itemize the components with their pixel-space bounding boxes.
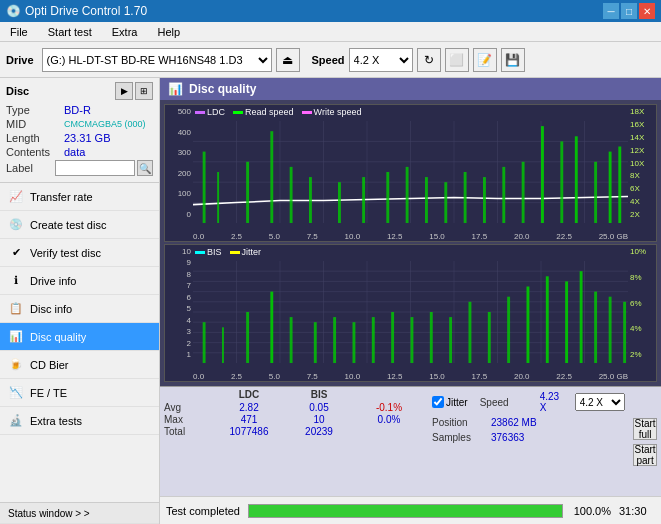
svg-rect-21 bbox=[386, 172, 389, 223]
chart2-svg bbox=[193, 261, 628, 363]
disc-mid-value: CMCMAGBA5 (000) bbox=[64, 119, 146, 129]
maximize-button[interactable]: □ bbox=[621, 3, 637, 19]
chart2-svg-area bbox=[193, 261, 628, 363]
disc-icon-btn2[interactable]: ⊞ bbox=[135, 82, 153, 100]
x2-label-5: 5.0 bbox=[269, 372, 280, 381]
disc-label-row: Label 🔍 bbox=[6, 160, 153, 176]
disc-contents-row: Contents data bbox=[6, 146, 153, 158]
sidebar-item-label: Drive info bbox=[30, 275, 76, 287]
samples-value: 376363 bbox=[491, 432, 524, 443]
fe-te-icon: 📉 bbox=[8, 385, 24, 401]
verify-test-disc-icon: ✔ bbox=[8, 245, 24, 261]
y-right-4x: 4X bbox=[628, 197, 656, 206]
sidebar-item-fe-te[interactable]: 📉 FE / TE bbox=[0, 379, 159, 407]
jitter-checkbox[interactable] bbox=[432, 396, 444, 408]
svg-rect-56 bbox=[270, 292, 273, 363]
start-full-button[interactable]: Start full bbox=[633, 418, 657, 440]
titlebar-title: 💿 Opti Drive Control 1.70 bbox=[6, 4, 147, 18]
svg-rect-60 bbox=[353, 322, 356, 363]
x-label-12.5: 12.5 bbox=[387, 232, 403, 241]
svg-rect-32 bbox=[594, 162, 597, 223]
stats-row: LDC BIS Avg 2.82 0.05 -0.1% Max 471 10 bbox=[160, 387, 661, 496]
bis-label: BIS bbox=[207, 247, 222, 257]
ldc-dot bbox=[195, 111, 205, 114]
sidebar-item-transfer-rate[interactable]: 📈 Transfer rate bbox=[0, 183, 159, 211]
sidebar: Disc ▶ ⊞ Type BD-R MID CMCMAGBA5 (000) L… bbox=[0, 78, 160, 524]
ldc-label: LDC bbox=[207, 107, 225, 117]
sidebar-item-label: Verify test disc bbox=[30, 247, 101, 259]
write-button[interactable]: 📝 bbox=[473, 48, 497, 72]
start-part-button[interactable]: Start part bbox=[633, 444, 657, 466]
y2-right-2pct: 2% bbox=[628, 350, 656, 359]
y-label-200: 200 bbox=[165, 169, 193, 178]
y2-label-1: 1 bbox=[165, 350, 193, 359]
y-right-2x: 2X bbox=[628, 210, 656, 219]
sidebar-item-label: Disc quality bbox=[30, 331, 86, 343]
disc-icon-btn1[interactable]: ▶ bbox=[115, 82, 133, 100]
svg-rect-72 bbox=[580, 271, 583, 363]
disc-header: Disc ▶ ⊞ bbox=[6, 82, 153, 100]
menu-start-test[interactable]: Start test bbox=[42, 24, 98, 40]
speed-display-value: 4.23 X bbox=[540, 391, 567, 413]
svg-rect-31 bbox=[575, 136, 578, 223]
stats-row-max: Max 471 10 0.0% bbox=[164, 414, 424, 425]
stats-header: LDC BIS bbox=[164, 389, 424, 400]
minimize-button[interactable]: ─ bbox=[603, 3, 619, 19]
chart1-y-axis-right: 18X 16X 14X 12X 10X 8X 6X 4X 2X bbox=[628, 105, 656, 221]
menu-extra[interactable]: Extra bbox=[106, 24, 144, 40]
x-label-25: 25.0 GB bbox=[599, 232, 628, 241]
svg-rect-28 bbox=[522, 162, 525, 223]
eject-button[interactable]: ⏏ bbox=[276, 48, 300, 72]
sidebar-item-disc-info[interactable]: 📋 Disc info bbox=[0, 295, 159, 323]
y-label-300: 300 bbox=[165, 148, 193, 157]
y-right-6x: 6X bbox=[628, 184, 656, 193]
sidebar-item-label: FE / TE bbox=[30, 387, 67, 399]
speed-select-stats[interactable]: 4.2 X bbox=[575, 393, 626, 411]
svg-rect-29 bbox=[541, 126, 544, 223]
max-bis: 10 bbox=[284, 414, 354, 425]
x2-label-0: 0.0 bbox=[193, 372, 204, 381]
sidebar-item-cd-bier[interactable]: 🍺 CD Bier bbox=[0, 351, 159, 379]
create-test-disc-icon: 💿 bbox=[8, 217, 24, 233]
content-header: 📊 Disc quality bbox=[160, 78, 661, 100]
y-right-18x: 18X bbox=[628, 107, 656, 116]
disc-length-row: Length 23.31 GB bbox=[6, 132, 153, 144]
x-label-15: 15.0 bbox=[429, 232, 445, 241]
drive-info-icon: ℹ bbox=[8, 273, 24, 289]
x-label-22.5: 22.5 bbox=[556, 232, 572, 241]
svg-rect-57 bbox=[290, 317, 293, 363]
y-right-8x: 8X bbox=[628, 171, 656, 180]
total-ldc: 1077486 bbox=[214, 426, 284, 437]
sidebar-item-create-test-disc[interactable]: 💿 Create test disc bbox=[0, 211, 159, 239]
disc-icons: ▶ ⊞ bbox=[115, 82, 153, 100]
svg-rect-23 bbox=[425, 177, 428, 223]
drive-select[interactable]: (G:) HL-DT-ST BD-RE WH16NS48 1.D3 bbox=[42, 48, 272, 72]
sidebar-item-extra-tests[interactable]: 🔬 Extra tests bbox=[0, 407, 159, 435]
speed-select[interactable]: 4.2 X bbox=[349, 48, 413, 72]
svg-rect-30 bbox=[560, 141, 563, 223]
sidebar-item-verify-test-disc[interactable]: ✔ Verify test disc bbox=[0, 239, 159, 267]
status-window-item[interactable]: Status window > > bbox=[0, 502, 159, 524]
save-button[interactable]: 💾 bbox=[501, 48, 525, 72]
disc-label-button[interactable]: 🔍 bbox=[137, 160, 153, 176]
svg-rect-73 bbox=[594, 292, 597, 363]
refresh-button[interactable]: ↻ bbox=[417, 48, 441, 72]
y2-label-8: 8 bbox=[165, 270, 193, 279]
menu-file[interactable]: File bbox=[4, 24, 34, 40]
disc-panel: Disc ▶ ⊞ Type BD-R MID CMCMAGBA5 (000) L… bbox=[0, 78, 159, 183]
svg-rect-74 bbox=[609, 297, 612, 363]
max-jitter: 0.0% bbox=[354, 414, 424, 425]
sidebar-item-drive-info[interactable]: ℹ Drive info bbox=[0, 267, 159, 295]
content-header-icon: 📊 bbox=[168, 82, 183, 96]
sidebar-item-disc-quality[interactable]: 📊 Disc quality bbox=[0, 323, 159, 351]
svg-rect-64 bbox=[430, 312, 433, 363]
erase-button[interactable]: ⬜ bbox=[445, 48, 469, 72]
progress-label: 100.0% bbox=[571, 505, 611, 517]
disc-contents-value: data bbox=[64, 146, 85, 158]
position-value: 23862 MB bbox=[491, 417, 537, 428]
close-button[interactable]: ✕ bbox=[639, 3, 655, 19]
disc-label-input[interactable] bbox=[55, 160, 135, 176]
sidebar-item-label: CD Bier bbox=[30, 359, 69, 371]
menu-help[interactable]: Help bbox=[151, 24, 186, 40]
y2-right-8pct: 8% bbox=[628, 273, 656, 282]
